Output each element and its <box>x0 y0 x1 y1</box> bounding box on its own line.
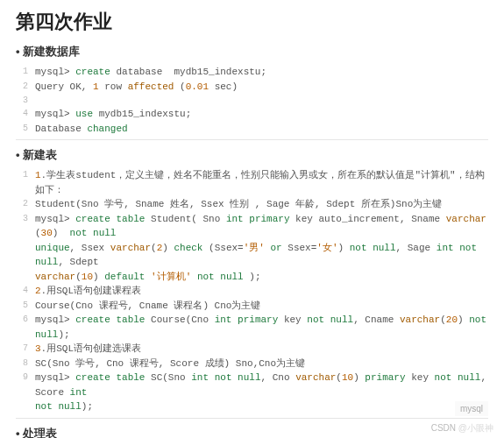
lang-tag: mysql <box>455 401 488 416</box>
code-block-1: 1mysql> create database mydb15_indexstu;… <box>16 65 488 140</box>
code-block-2: 11.学生表student，定义主键，姓名不能重名，性别只能输入男或女，所在系的… <box>16 168 488 419</box>
section-heading-3: 处理表 <box>16 426 488 439</box>
section-heading-1: 新建数据库 <box>16 44 488 60</box>
page-title: 第四次作业 <box>16 9 488 35</box>
watermark: CSDN @小眼神 <box>431 422 493 434</box>
section-heading-2: 新建表 <box>16 147 488 163</box>
